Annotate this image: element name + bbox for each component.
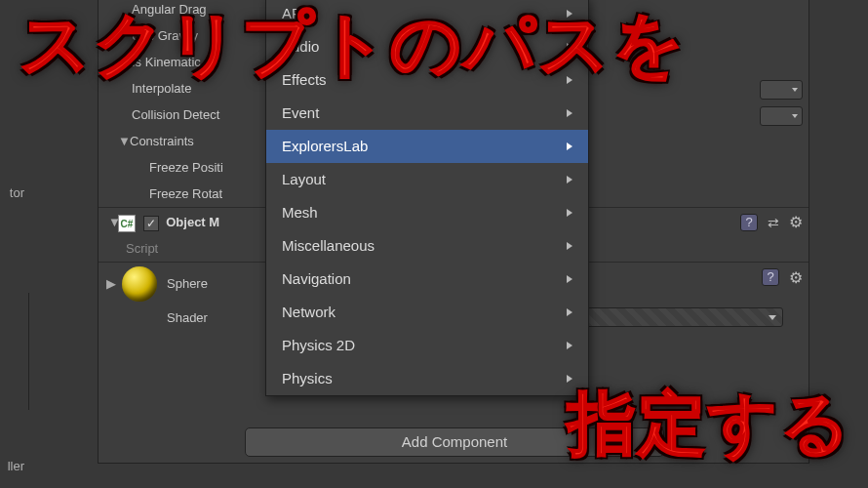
chevron-right-icon — [567, 275, 572, 283]
menu-item-mesh[interactable]: Mesh — [266, 196, 588, 229]
foldout-icon: ▼ — [118, 128, 128, 154]
chevron-right-icon — [567, 308, 572, 316]
chevron-right-icon — [567, 242, 572, 250]
headline-text-top: スクリプトのパスを — [20, 0, 687, 92]
chevron-right-icon — [567, 342, 572, 349]
chevron-right-icon — [567, 142, 572, 150]
chevron-right-icon — [567, 209, 572, 217]
interpolate-dropdown[interactable] — [760, 80, 803, 100]
headline-text-bottom: 指定する — [568, 379, 852, 470]
shader-label: Shader — [167, 310, 208, 325]
collision-dropdown[interactable] — [760, 106, 803, 126]
menu-item-label: Network — [282, 296, 335, 329]
menu-item-label: Mesh — [282, 196, 318, 229]
menu-item-miscellaneous[interactable]: Miscellaneous — [266, 229, 588, 263]
component-title: Object M — [166, 215, 219, 229]
left-panel-crop: tor ller — [0, 293, 29, 410]
menu-item-navigation[interactable]: Navigation — [266, 263, 588, 296]
menu-item-explorerslab[interactable]: ExplorersLab — [266, 130, 588, 163]
menu-item-label: Physics — [282, 362, 333, 395]
menu-item-network[interactable]: Network — [266, 296, 588, 329]
menu-item-label: Layout — [282, 163, 326, 196]
menu-item-label: Navigation — [282, 263, 351, 296]
foldout-icon: ▼ — [108, 208, 121, 237]
menu-item-physics[interactable]: Physics — [266, 362, 588, 395]
left-label-fragment-2: ller — [8, 459, 24, 473]
foldout-icon: ▶ — [106, 276, 116, 291]
menu-item-event[interactable]: Event — [266, 97, 588, 130]
chevron-right-icon — [567, 176, 572, 183]
menu-item-label: Physics 2D — [282, 329, 355, 362]
material-preview-sphere — [122, 266, 157, 302]
material-name: Sphere — [167, 276, 208, 291]
left-label-fragment: tor — [10, 185, 24, 200]
menu-item-label: Event — [282, 97, 319, 130]
menu-item-label: Miscellaneous — [282, 229, 375, 263]
menu-item-label: ExplorersLab — [282, 130, 368, 163]
chevron-right-icon — [567, 109, 572, 117]
component-enable-checkbox[interactable]: ✓ — [143, 216, 159, 231]
menu-item-physics-2d[interactable]: Physics 2D — [266, 329, 588, 362]
menu-item-layout[interactable]: Layout — [266, 163, 588, 196]
